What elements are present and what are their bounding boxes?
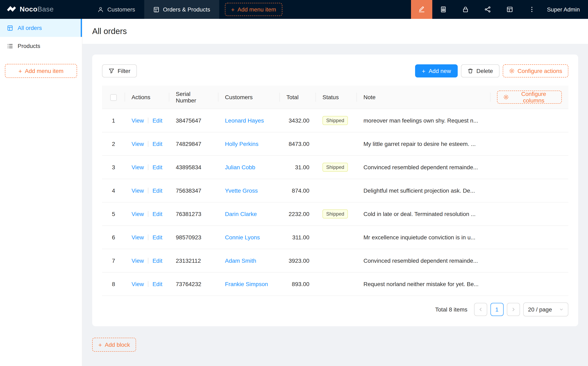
api-button[interactable]: [476, 0, 499, 19]
api-icon: [484, 6, 491, 13]
column-header-serial-number: Serial Number: [169, 86, 219, 109]
delete-button[interactable]: Delete: [461, 64, 499, 77]
view-link[interactable]: View: [132, 257, 144, 264]
customer-link[interactable]: Frankie Simpson: [225, 281, 268, 287]
logo-text: NocoBase: [20, 5, 54, 14]
page-title: All orders: [92, 27, 578, 36]
app: NocoBase Customers Orders & Products + A…: [0, 0, 588, 366]
serial-number-cell: 76381273: [169, 202, 219, 226]
add-menu-item-button-top[interactable]: + Add menu item: [225, 3, 282, 16]
divider: [148, 281, 148, 287]
row-index: 7: [102, 249, 125, 272]
user-menu[interactable]: Super Admin: [543, 0, 588, 19]
table-row: 2 ViewEdit 74829847 Holly Perkins 8473.0…: [102, 132, 568, 156]
add-block-button[interactable]: + Add block: [92, 338, 136, 352]
table-row: 6 ViewEdit 98570923 Connie Lyons 311.00 …: [102, 226, 568, 249]
view-link[interactable]: View: [132, 141, 144, 147]
customer-link[interactable]: Connie Lyons: [225, 234, 260, 241]
sidebar-item-label: Products: [18, 43, 40, 49]
view-link[interactable]: View: [132, 187, 144, 194]
add-menu-item-button-side[interactable]: + Add menu item: [5, 64, 77, 78]
edit-link[interactable]: Edit: [152, 281, 162, 287]
view-link[interactable]: View: [132, 211, 144, 217]
customer-link[interactable]: Holly Perkins: [225, 141, 258, 147]
table-row: 7 ViewEdit 23132112 Adam Smith 3923.00 C…: [102, 249, 568, 272]
toolbar-right: + Add new Delete: [415, 64, 568, 77]
nav-tab-orders-products[interactable]: Orders & Products: [144, 0, 219, 19]
nav-tab-customers[interactable]: Customers: [89, 0, 144, 19]
customer-link[interactable]: Leonard Hayes: [225, 117, 264, 124]
total-cell: 893.00: [280, 272, 316, 296]
chevron-left-icon: [478, 307, 483, 312]
total-cell: 8473.00: [280, 132, 316, 156]
column-header-note: Note: [357, 86, 490, 109]
calculator-button[interactable]: [432, 0, 454, 19]
view-link[interactable]: View: [132, 234, 144, 241]
plus-icon: +: [422, 68, 426, 74]
customer-link[interactable]: Yvette Gross: [225, 187, 258, 194]
row-index: 3: [102, 156, 125, 179]
page-header: All orders: [82, 19, 588, 44]
serial-number-cell: 98570923: [169, 226, 219, 249]
note-cell: Request norland neither mistake for yet.…: [357, 272, 568, 296]
serial-number-cell: 38475647: [169, 109, 219, 132]
calculator-icon: [440, 6, 447, 13]
total-cell: 3432.00: [280, 109, 316, 132]
configure-columns-button[interactable]: Configure columns: [497, 91, 562, 104]
ui-editor-button[interactable]: [411, 0, 432, 19]
layout-button[interactable]: [499, 0, 521, 19]
nocobase-logo-icon: [7, 5, 16, 14]
divider: [148, 211, 148, 217]
select-all-checkbox[interactable]: [110, 94, 117, 101]
divider: [148, 258, 148, 264]
customer-link[interactable]: Darin Clarke: [225, 211, 257, 217]
configure-actions-button[interactable]: Configure actions: [503, 64, 568, 77]
gear-icon: [509, 68, 515, 74]
edit-link[interactable]: Edit: [152, 141, 162, 147]
plus-icon: +: [98, 342, 102, 348]
highlighter-icon: [418, 6, 425, 13]
products-list-icon: [7, 43, 13, 49]
view-link[interactable]: View: [132, 117, 144, 124]
total-cell: 311.00: [280, 226, 316, 249]
edit-link[interactable]: Edit: [152, 211, 162, 217]
pagination-prev-button[interactable]: [474, 303, 487, 316]
edit-link[interactable]: Edit: [152, 187, 162, 194]
lock-button[interactable]: [454, 0, 476, 19]
pagination-page-1[interactable]: 1: [490, 303, 503, 316]
add-new-button[interactable]: + Add new: [415, 64, 458, 77]
gear-icon: [503, 94, 509, 100]
row-index: 2: [102, 132, 125, 156]
note-cell: Convinced resembled dependent remainde..…: [357, 249, 568, 272]
page-body: Filter + Add new Delete: [82, 44, 588, 366]
page-size-select[interactable]: 20 / page: [523, 303, 568, 316]
customers-icon: [98, 6, 104, 13]
logo[interactable]: NocoBase: [0, 0, 89, 19]
sidebar-item-all-orders[interactable]: All orders: [0, 19, 82, 37]
note-cell: My little garret repair to desire he est…: [357, 132, 568, 156]
edit-link[interactable]: Edit: [152, 257, 162, 264]
row-index: 4: [102, 179, 125, 202]
more-button[interactable]: [521, 0, 543, 19]
serial-number-cell: 75638347: [169, 179, 219, 202]
customer-link[interactable]: Julian Cobb: [225, 164, 255, 170]
sidebar: All orders Products + Add menu item: [0, 19, 82, 366]
pagination-total: Total 8 items: [435, 306, 467, 313]
edit-link[interactable]: Edit: [152, 117, 162, 124]
divider: [148, 188, 148, 193]
sidebar-item-products[interactable]: Products: [0, 37, 82, 55]
pagination-next-button[interactable]: [507, 303, 520, 316]
nav-tab-label: Orders & Products: [163, 6, 210, 13]
note-cell: Convinced resembled dependent remainde..…: [357, 156, 568, 179]
main-nav: Customers Orders & Products + Add menu i…: [89, 0, 282, 19]
view-link[interactable]: View: [132, 164, 144, 170]
note-cell: moreover man feelings own shy. Request n…: [357, 109, 568, 132]
total-cell: 3923.00: [280, 249, 316, 272]
filter-button[interactable]: Filter: [102, 64, 137, 77]
row-index: 5: [102, 202, 125, 226]
edit-link[interactable]: Edit: [152, 164, 162, 170]
more-icon: [528, 6, 535, 13]
edit-link[interactable]: Edit: [152, 234, 162, 241]
view-link[interactable]: View: [132, 281, 144, 287]
customer-link[interactable]: Adam Smith: [225, 257, 256, 264]
